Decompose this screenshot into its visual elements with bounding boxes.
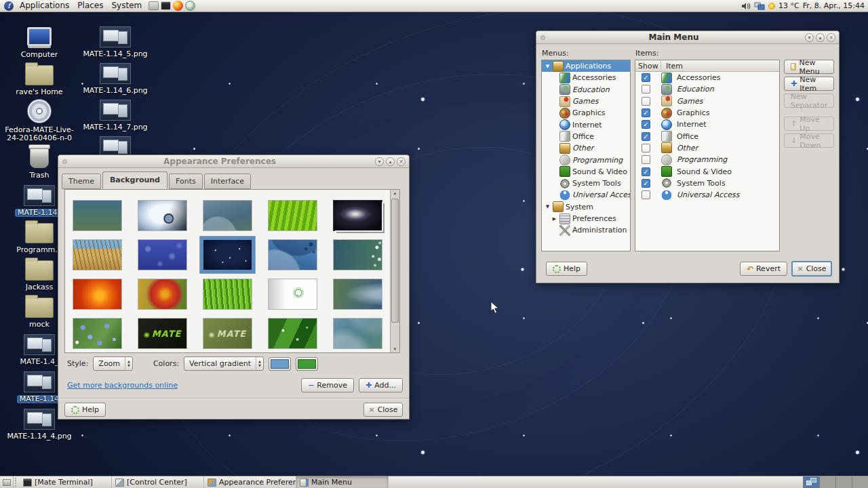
wallpaper-thumb-forget-me-nots[interactable] [73, 319, 121, 348]
checkbox-checked[interactable]: ✓ [642, 108, 650, 117]
wallpaper-thumb-mate-logo-olive[interactable]: MATE [203, 319, 252, 348]
expander-open-icon[interactable]: ▼ [545, 204, 551, 209]
expander-open-icon[interactable]: ▼ [545, 64, 551, 69]
wallpaper-thumb-marigold[interactable] [138, 279, 186, 309]
tab-theme[interactable]: Theme [62, 174, 101, 189]
new-separator-button[interactable]: New Separator [784, 94, 834, 108]
taskbar-item-appearance-preferences[interactable]: Appearance Preferences [204, 476, 296, 488]
checkbox-unchecked[interactable] [642, 155, 650, 164]
window-menu-icon[interactable] [540, 35, 545, 40]
checkbox-unchecked[interactable] [642, 190, 650, 199]
close-icon[interactable]: × [397, 157, 406, 166]
wallpaper-thumb-blue-swirl-bubbles[interactable] [269, 240, 317, 270]
new-item-button[interactable]: ✚ New Item [784, 77, 834, 91]
launcher-installer-icon[interactable] [185, 1, 195, 11]
wallpaper-thumb-green-leaves-dew[interactable] [269, 319, 317, 348]
expander-closed-icon[interactable]: ▶ [551, 216, 557, 222]
menu-item-universal-access[interactable]: Universal Access [635, 189, 779, 201]
wallpaper-scrollbar[interactable]: ▴ ▾ [390, 190, 399, 352]
menu-item-programming[interactable]: Programming [635, 154, 779, 165]
revert-button[interactable]: ↶ Revert [740, 262, 787, 276]
minimize-icon[interactable]: ▾ [375, 157, 384, 166]
scroll-down-icon[interactable]: ▾ [391, 346, 399, 352]
menu-tree-item-preferences[interactable]: ▶Preferences [542, 213, 630, 224]
menu-tree-item-internet[interactable]: Internet [542, 119, 630, 130]
wallpaper-thumb-water-drop[interactable] [138, 201, 186, 230]
scroll-up-icon[interactable]: ▴ [391, 190, 399, 196]
launcher-firefox-icon[interactable] [173, 1, 183, 11]
tab-fonts[interactable]: Fonts [169, 174, 203, 189]
close-icon[interactable]: × [827, 33, 835, 42]
desktop-icon-mate-1-14-7-png[interactable]: MATE-1.14_7.png [80, 95, 151, 131]
close-button[interactable]: × Close [363, 403, 403, 417]
desktop-icon-rave-s-home[interactable]: rave's Home [4, 59, 75, 96]
menu-tree-item-graphics[interactable]: Graphics [542, 107, 630, 119]
menu-item-other[interactable]: Other [635, 142, 779, 154]
menu-item-graphics[interactable]: ✓Graphics [635, 107, 779, 119]
secondary-color-swatch[interactable] [296, 357, 318, 371]
desktop-icon-fedora-mate-live-24-20160406-n-0[interactable]: Fedora-MATE-Live-24-20160406-n-0 [4, 96, 75, 142]
menu-places[interactable]: Places [73, 0, 107, 12]
remove-button[interactable]: − Remove [301, 378, 354, 392]
style-combobox[interactable]: Zoom ▲▼ [93, 357, 133, 371]
help-button[interactable]: Help [64, 403, 106, 417]
menu-tree-item-universal-access[interactable]: Universal Access [542, 189, 630, 201]
checkbox-checked[interactable]: ✓ [642, 179, 650, 188]
menu-applications[interactable]: Applications [16, 0, 73, 12]
menu-system[interactable]: System [107, 0, 146, 12]
close-button[interactable]: × Close [791, 261, 832, 277]
checkbox-checked[interactable]: ✓ [642, 132, 650, 141]
add-button[interactable]: ✚ Add... [359, 378, 403, 392]
checkbox-checked[interactable]: ✓ [642, 120, 650, 129]
taskbar-item-control-center[interactable]: [Control Center] [112, 476, 204, 488]
new-menu-button[interactable]: New Menu [784, 60, 834, 74]
column-header-show[interactable]: Show [635, 60, 661, 71]
scrollbar-thumb[interactable] [391, 199, 399, 323]
menu-item-games[interactable]: Games [635, 96, 779, 107]
menu-tree-item-system[interactable]: ▼System [542, 201, 630, 213]
menu-item-sound-video[interactable]: ✓Sound & Video [635, 165, 779, 177]
wallpaper-thumb-orange-flower[interactable] [73, 279, 121, 309]
wallpaper-thumb-blue-swoosh[interactable] [203, 201, 252, 230]
menu-tree-item-office[interactable]: Office [542, 131, 630, 142]
launcher-files-icon[interactable] [149, 1, 159, 10]
colors-combobox[interactable]: Vertical gradient ▲▼ [184, 357, 264, 371]
minimize-icon[interactable]: ▾ [805, 33, 814, 42]
wallpaper-thumb-mate-logo-black[interactable]: MATE [138, 319, 186, 348]
panel-handle[interactable] [15, 478, 18, 487]
show-desktop-button[interactable] [0, 476, 14, 488]
menu-tree-item-games[interactable]: Games [542, 96, 630, 107]
menu-tree-item-administration[interactable]: Administration [542, 224, 630, 236]
maximize-icon[interactable]: ▴ [816, 33, 825, 42]
primary-color-swatch[interactable] [269, 357, 291, 371]
move-up-button[interactable]: ↑ Move Up [784, 117, 834, 131]
desktop-icon-mate-1-14-6-png[interactable]: MATE-1.14_6.png [80, 58, 151, 95]
fedora-logo-icon[interactable]: f [4, 1, 14, 11]
workspace-1[interactable] [803, 476, 819, 488]
workspace-4[interactable] [852, 476, 868, 488]
menu-item-system-tools[interactable]: ✓System Tools [635, 178, 779, 189]
maximize-icon[interactable]: ▴ [386, 157, 395, 166]
menu-tree-item-programming[interactable]: Programming [542, 154, 630, 165]
wallpaper-thumb-blue-green-swirl[interactable] [334, 319, 382, 348]
workspace-2[interactable] [819, 476, 835, 488]
wallpaper-thumb-grass[interactable] [203, 279, 252, 309]
window-menu-icon[interactable] [62, 159, 67, 164]
wallpaper-thumb-mate-circle-white[interactable] [269, 279, 317, 309]
menu-item-accessories[interactable]: ✓Accessories [635, 72, 779, 83]
menu-tree-item-education[interactable]: Education [542, 84, 630, 96]
main-menu-titlebar[interactable]: Main Menu ▾ ▴ × [536, 31, 839, 44]
wallpaper-thumb-night-stars[interactable] [203, 240, 252, 270]
desktop-icon-mate-1-14-5-png[interactable]: MATE-1.14_5.png [80, 22, 151, 58]
checkbox-unchecked[interactable] [642, 144, 650, 152]
weather-sun-icon[interactable] [768, 3, 775, 9]
workspace-3[interactable] [835, 476, 852, 488]
column-header-item[interactable]: Item [661, 62, 683, 70]
tab-background[interactable]: Background [102, 171, 167, 189]
menu-item-internet[interactable]: ✓Internet [635, 119, 779, 130]
launcher-terminal-icon[interactable] [161, 1, 171, 10]
move-down-button[interactable]: ↓ Move Down [784, 134, 834, 148]
wallpaper-thumb-green-leaf[interactable] [269, 201, 317, 230]
menu-tree-item-system-tools[interactable]: System Tools [542, 178, 630, 189]
network-icon[interactable] [754, 2, 765, 10]
